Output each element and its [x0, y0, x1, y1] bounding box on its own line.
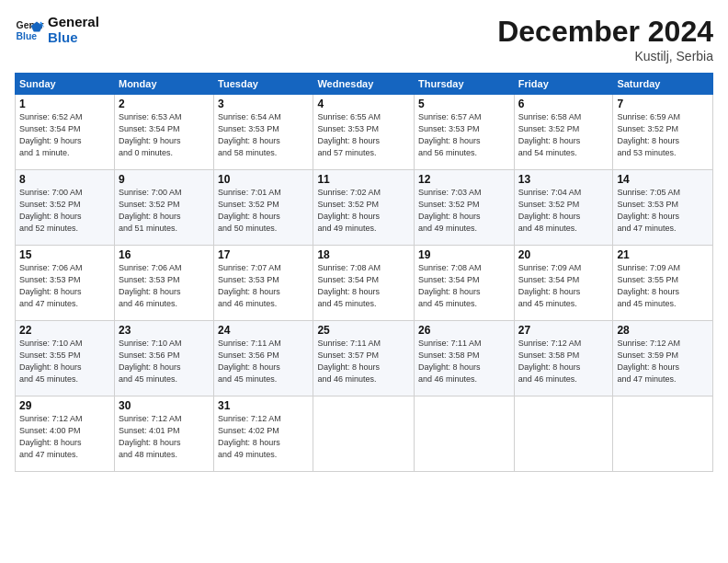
day-number: 15: [19, 248, 110, 261]
day-info: Sunrise: 7:08 AM Sunset: 3:54 PM Dayligh…: [418, 262, 510, 310]
table-row: 24Sunrise: 7:11 AM Sunset: 3:56 PM Dayli…: [214, 321, 313, 396]
table-row: 12Sunrise: 7:03 AM Sunset: 3:52 PM Dayli…: [415, 170, 515, 246]
day-info: Sunrise: 7:09 AM Sunset: 3:54 PM Dayligh…: [518, 262, 609, 310]
page: General Blue General Blue December 2024 …: [0, 0, 728, 563]
day-info: Sunrise: 7:07 AM Sunset: 3:53 PM Dayligh…: [218, 262, 309, 310]
table-row: 6Sunrise: 6:58 AM Sunset: 3:52 PM Daylig…: [514, 95, 613, 170]
logo: General Blue General Blue: [15, 15, 99, 45]
day-number: 17: [218, 248, 309, 261]
day-number: 6: [518, 98, 609, 110]
day-info: Sunrise: 6:52 AM Sunset: 3:54 PM Dayligh…: [19, 111, 110, 159]
header-row: Sunday Monday Tuesday Wednesday Thursday…: [16, 74, 713, 95]
day-number: 29: [19, 399, 110, 412]
table-row: 16Sunrise: 7:06 AM Sunset: 3:53 PM Dayli…: [114, 246, 213, 321]
table-row: 17Sunrise: 7:07 AM Sunset: 3:53 PM Dayli…: [214, 246, 313, 321]
day-number: 22: [19, 324, 110, 337]
table-row: 28Sunrise: 7:12 AM Sunset: 3:59 PM Dayli…: [613, 321, 713, 396]
table-row: 7Sunrise: 6:59 AM Sunset: 3:52 PM Daylig…: [613, 95, 713, 170]
table-row: 22Sunrise: 7:10 AM Sunset: 3:55 PM Dayli…: [16, 321, 115, 396]
day-info: Sunrise: 6:53 AM Sunset: 3:54 PM Dayligh…: [119, 111, 210, 159]
day-info: Sunrise: 7:11 AM Sunset: 3:58 PM Dayligh…: [418, 338, 510, 385]
day-info: Sunrise: 7:11 AM Sunset: 3:57 PM Dayligh…: [317, 338, 410, 385]
day-number: 24: [218, 324, 309, 337]
table-row: [613, 396, 713, 472]
day-info: Sunrise: 7:06 AM Sunset: 3:53 PM Dayligh…: [19, 262, 110, 310]
day-number: 31: [218, 399, 309, 412]
table-row: 8Sunrise: 7:00 AM Sunset: 3:52 PM Daylig…: [16, 170, 115, 246]
calendar-table: Sunday Monday Tuesday Wednesday Thursday…: [15, 73, 713, 472]
day-number: 10: [218, 173, 309, 186]
day-number: 18: [317, 248, 410, 261]
col-saturday: Saturday: [613, 74, 713, 95]
day-number: 3: [218, 98, 309, 110]
table-row: 1Sunrise: 6:52 AM Sunset: 3:54 PM Daylig…: [16, 95, 115, 170]
logo-icon: General Blue: [15, 16, 44, 45]
day-info: Sunrise: 7:12 AM Sunset: 3:58 PM Dayligh…: [518, 338, 609, 385]
day-info: Sunrise: 7:12 AM Sunset: 4:01 PM Dayligh…: [119, 413, 210, 461]
table-row: 19Sunrise: 7:08 AM Sunset: 3:54 PM Dayli…: [415, 246, 515, 321]
table-row: 25Sunrise: 7:11 AM Sunset: 3:57 PM Dayli…: [313, 321, 415, 396]
calendar-body: 1Sunrise: 6:52 AM Sunset: 3:54 PM Daylig…: [16, 95, 713, 472]
calendar-week-3: 15Sunrise: 7:06 AM Sunset: 3:53 PM Dayli…: [16, 246, 713, 321]
table-row: 30Sunrise: 7:12 AM Sunset: 4:01 PM Dayli…: [114, 396, 213, 472]
col-tuesday: Tuesday: [214, 74, 313, 95]
day-number: 1: [19, 98, 110, 110]
day-number: 21: [617, 248, 709, 261]
day-number: 27: [518, 324, 609, 337]
table-row: 31Sunrise: 7:12 AM Sunset: 4:02 PM Dayli…: [214, 396, 313, 472]
day-info: Sunrise: 6:55 AM Sunset: 3:53 PM Dayligh…: [317, 111, 410, 159]
table-row: 27Sunrise: 7:12 AM Sunset: 3:58 PM Dayli…: [514, 321, 613, 396]
day-info: Sunrise: 6:58 AM Sunset: 3:52 PM Dayligh…: [518, 111, 609, 159]
day-number: 11: [317, 173, 410, 186]
table-row: [415, 396, 515, 472]
table-row: 26Sunrise: 7:11 AM Sunset: 3:58 PM Dayli…: [415, 321, 515, 396]
day-info: Sunrise: 7:12 AM Sunset: 3:59 PM Dayligh…: [617, 338, 709, 385]
day-number: 14: [617, 173, 709, 186]
table-row: 29Sunrise: 7:12 AM Sunset: 4:00 PM Dayli…: [16, 396, 115, 472]
col-monday: Monday: [114, 74, 213, 95]
day-info: Sunrise: 7:11 AM Sunset: 3:56 PM Dayligh…: [218, 338, 309, 385]
day-info: Sunrise: 7:06 AM Sunset: 3:53 PM Dayligh…: [119, 262, 210, 310]
calendar-week-1: 1Sunrise: 6:52 AM Sunset: 3:54 PM Daylig…: [16, 95, 713, 170]
calendar-week-4: 22Sunrise: 7:10 AM Sunset: 3:55 PM Dayli…: [16, 321, 713, 396]
table-row: 15Sunrise: 7:06 AM Sunset: 3:53 PM Dayli…: [16, 246, 115, 321]
location-subtitle: Kustilj, Serbia: [497, 49, 713, 63]
table-row: 14Sunrise: 7:05 AM Sunset: 3:53 PM Dayli…: [613, 170, 713, 246]
table-row: 2Sunrise: 6:53 AM Sunset: 3:54 PM Daylig…: [114, 95, 213, 170]
table-row: 21Sunrise: 7:09 AM Sunset: 3:55 PM Dayli…: [613, 246, 713, 321]
table-row: 5Sunrise: 6:57 AM Sunset: 3:53 PM Daylig…: [415, 95, 515, 170]
svg-text:Blue: Blue: [17, 30, 38, 40]
day-info: Sunrise: 6:59 AM Sunset: 3:52 PM Dayligh…: [617, 111, 709, 159]
day-info: Sunrise: 7:08 AM Sunset: 3:54 PM Dayligh…: [317, 262, 410, 310]
col-thursday: Thursday: [415, 74, 515, 95]
calendar-header: Sunday Monday Tuesday Wednesday Thursday…: [16, 74, 713, 95]
day-info: Sunrise: 6:54 AM Sunset: 3:53 PM Dayligh…: [218, 111, 309, 159]
calendar-week-2: 8Sunrise: 7:00 AM Sunset: 3:52 PM Daylig…: [16, 170, 713, 246]
day-number: 7: [617, 98, 709, 110]
day-number: 28: [617, 324, 709, 337]
day-info: Sunrise: 6:57 AM Sunset: 3:53 PM Dayligh…: [418, 111, 510, 159]
table-row: 23Sunrise: 7:10 AM Sunset: 3:56 PM Dayli…: [114, 321, 213, 396]
day-number: 20: [518, 248, 609, 261]
calendar-week-5: 29Sunrise: 7:12 AM Sunset: 4:00 PM Dayli…: [16, 396, 713, 472]
day-info: Sunrise: 7:10 AM Sunset: 3:56 PM Dayligh…: [119, 338, 210, 385]
day-number: 19: [418, 248, 510, 261]
day-info: Sunrise: 7:02 AM Sunset: 3:52 PM Dayligh…: [317, 187, 410, 235]
day-number: 16: [119, 248, 210, 261]
logo-line2: Blue: [48, 30, 99, 46]
day-number: 5: [418, 98, 510, 110]
day-number: 12: [418, 173, 510, 186]
col-friday: Friday: [514, 74, 613, 95]
day-number: 9: [119, 173, 210, 186]
col-wednesday: Wednesday: [313, 74, 415, 95]
header: General Blue General Blue December 2024 …: [15, 15, 713, 63]
day-number: 2: [119, 98, 210, 110]
day-info: Sunrise: 7:09 AM Sunset: 3:55 PM Dayligh…: [617, 262, 709, 310]
table-row: [313, 396, 415, 472]
table-row: [514, 396, 613, 472]
day-info: Sunrise: 7:00 AM Sunset: 3:52 PM Dayligh…: [19, 187, 110, 235]
table-row: 10Sunrise: 7:01 AM Sunset: 3:52 PM Dayli…: [214, 170, 313, 246]
month-title: December 2024: [497, 15, 713, 49]
day-number: 4: [317, 98, 410, 110]
day-number: 23: [119, 324, 210, 337]
